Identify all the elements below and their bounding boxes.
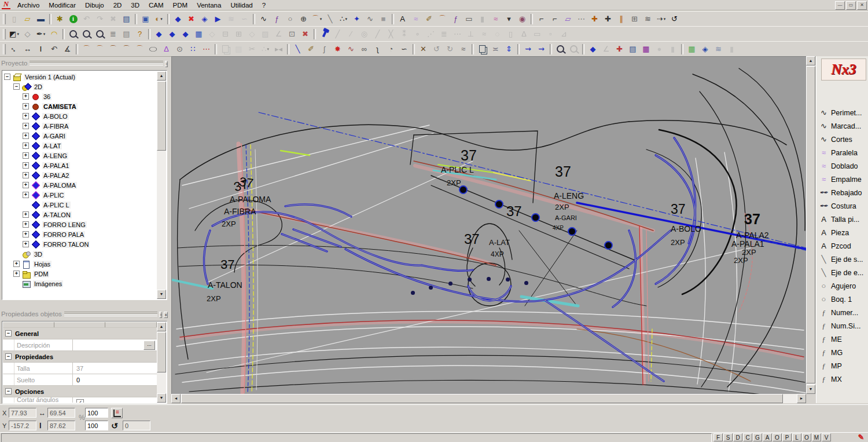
tree-item-forro-pala[interactable]: +FORRO PALA bbox=[3, 229, 157, 239]
table-rows-icon[interactable]: ⊟ bbox=[219, 28, 231, 40]
info-icon[interactable]: i bbox=[67, 13, 79, 25]
circle-center-icon[interactable]: ◎ bbox=[358, 28, 370, 40]
palette-icon[interactable]: ◐▾ bbox=[153, 13, 165, 25]
sidebar-tool-boq-1[interactable]: ○Boq. 1 bbox=[818, 293, 867, 306]
expand-icon[interactable]: + bbox=[23, 231, 29, 238]
sidebar-tool-me[interactable]: ƒME bbox=[818, 333, 867, 346]
dropdown-arrow-icon[interactable]: ▾ bbox=[320, 13, 322, 25]
scale-vertical-icon[interactable]: Ⅰ bbox=[35, 43, 47, 55]
menu-modificar[interactable]: Modificar bbox=[44, 1, 80, 9]
wave-swap-icon[interactable]: ∿ bbox=[345, 43, 357, 55]
minimize-icon[interactable]: — bbox=[835, 1, 845, 10]
point-cluster-icon[interactable]: ∷ bbox=[187, 43, 199, 55]
menu-archivo[interactable]: Archivo bbox=[13, 1, 44, 9]
rectangle-icon[interactable]: ▭ bbox=[463, 13, 475, 25]
zoom-page-icon[interactable] bbox=[94, 28, 106, 40]
expand-icon[interactable]: + bbox=[13, 271, 20, 277]
sidebar-tool-empalme[interactable]: ≈Empalme bbox=[818, 173, 867, 186]
filled-square-icon[interactable]: ■ bbox=[377, 13, 389, 25]
scroll-right-icon[interactable]: ► bbox=[797, 394, 806, 403]
play-arrows-icon[interactable]: ▸◂ bbox=[273, 43, 285, 55]
layer-button-l-8[interactable]: L bbox=[792, 433, 801, 441]
rotate-tool-icon[interactable]: ↺ bbox=[668, 13, 681, 25]
rotate-angle-icon[interactable]: ∡ bbox=[61, 43, 73, 55]
ghost-diamond-2-icon[interactable]: ◇ bbox=[246, 28, 258, 40]
select-mode-icon[interactable]: ◩▾ bbox=[8, 28, 20, 40]
arc-5-icon[interactable]: ⌒ bbox=[134, 43, 146, 55]
rotate-icon[interactable]: ↺ bbox=[111, 421, 118, 430]
expand-icon[interactable]: + bbox=[23, 182, 29, 188]
sidebar-tool-eje-de-e[interactable]: ╲Eje de e... bbox=[818, 266, 867, 279]
sidebar-tool-eje-de-s[interactable]: ╲Eje de s... bbox=[818, 253, 867, 266]
property-value[interactable]: 0 bbox=[73, 377, 157, 383]
tree-item-im-genes[interactable]: Imágenes bbox=[3, 279, 157, 288]
arc-icon[interactable]: ⌒▾ bbox=[311, 13, 323, 25]
expand-icon[interactable]: + bbox=[23, 143, 29, 149]
sidebar-tool-cortes[interactable]: ∿Cortes bbox=[818, 133, 867, 146]
checker-icon[interactable]: ▨ bbox=[259, 28, 271, 40]
properties-panel-close-button[interactable]: × bbox=[164, 312, 168, 318]
sidebar-tool-mg[interactable]: ƒMG bbox=[818, 346, 867, 359]
ghost-thumb-icon[interactable]: ▮ bbox=[667, 43, 679, 55]
settings-gears-icon[interactable]: ✱ bbox=[54, 13, 66, 25]
bubble-icon[interactable]: ⊙ bbox=[174, 43, 186, 55]
scale-horizontal-icon[interactable]: ↔ bbox=[21, 43, 34, 55]
sidebar-tool-num-si[interactable]: ƒNum.Si... bbox=[818, 319, 867, 333]
lasso-hat-icon[interactable]: ◠ bbox=[48, 28, 60, 40]
object-properties-icon[interactable]: ▤ bbox=[120, 13, 133, 25]
piece-diamond-icon[interactable]: ◈ bbox=[198, 13, 211, 25]
scrollbar-thumb[interactable] bbox=[157, 81, 166, 151]
scale-diagonal-icon[interactable]: ↔ bbox=[8, 43, 20, 55]
edit-pencil-icon[interactable]: ✎ bbox=[855, 433, 867, 441]
layers-icon[interactable]: ▣ bbox=[139, 13, 152, 25]
parallel-marks-icon[interactable]: ∥ bbox=[615, 13, 627, 25]
menu-2d[interactable]: 2D bbox=[109, 1, 127, 9]
toolbar-grip[interactable] bbox=[3, 14, 6, 24]
line-points-icon[interactable]: ╱ bbox=[332, 28, 344, 40]
expand-icon[interactable]: + bbox=[23, 221, 29, 228]
node-edit-icon[interactable]: ∴▾ bbox=[337, 13, 350, 25]
layer-button-a-5[interactable]: A bbox=[763, 433, 772, 441]
caption-grip-lines[interactable] bbox=[64, 312, 158, 316]
piece-goto-icon[interactable]: ◆ bbox=[179, 28, 192, 40]
arc-small-icon[interactable]: ⌒ bbox=[436, 13, 448, 25]
menu-cam[interactable]: CAM bbox=[144, 1, 168, 9]
group-row-general[interactable]: −General bbox=[3, 328, 157, 339]
arc-4-icon[interactable]: ⌒ bbox=[120, 43, 133, 55]
dash-marks-icon[interactable]: ⋯ bbox=[451, 28, 464, 40]
collapse-icon[interactable]: − bbox=[5, 330, 12, 337]
sidebar-tool-costura[interactable]: ✒✒Costura bbox=[818, 199, 867, 213]
tree-item-a-talon[interactable]: +A-TALON bbox=[3, 210, 157, 220]
dropdown-arrow-icon[interactable]: ▾ bbox=[160, 13, 163, 25]
expand-icon[interactable]: + bbox=[23, 133, 29, 139]
sidebar-tool-pieza[interactable]: APieza bbox=[818, 226, 867, 239]
property-value[interactable]: 37 bbox=[73, 365, 157, 372]
dotted-diag-icon[interactable]: ⋰ bbox=[425, 28, 437, 40]
scroll-up-icon[interactable]: ▲ bbox=[806, 56, 815, 65]
layer-button-s-1[interactable]: S bbox=[723, 433, 733, 441]
scroll-up-icon[interactable]: ▲ bbox=[157, 71, 166, 81]
tree-item-a-paloma[interactable]: +A-PALOMA bbox=[3, 180, 157, 190]
rect-point-icon[interactable]: ▭ bbox=[531, 28, 543, 40]
expand-icon[interactable]: + bbox=[13, 261, 20, 267]
wave-delete-icon[interactable]: ≍ bbox=[490, 43, 502, 55]
properties-panel-float-button[interactable]: ▫ bbox=[159, 312, 162, 318]
tree-item-forro-talon[interactable]: +FORRO TALON bbox=[3, 239, 157, 249]
cross-lines-icon[interactable]: ╳ bbox=[385, 28, 397, 40]
sidebar-tool-paralela[interactable]: ≈Paralela bbox=[818, 146, 867, 159]
curve-insert-icon[interactable]: ∿ bbox=[364, 13, 376, 25]
layer-button-f-0[interactable]: F bbox=[713, 433, 723, 441]
dropdown-arrow-icon[interactable]: ▾ bbox=[345, 13, 347, 25]
piece-delete-2-icon[interactable]: ◆ bbox=[166, 28, 178, 40]
ellipsis-button[interactable]: ... bbox=[144, 341, 155, 350]
steps-icon[interactable]: ʅ bbox=[372, 43, 384, 55]
tree-item-36[interactable]: +36 bbox=[3, 92, 157, 101]
tree-item-a-plic-l[interactable]: A-PLIC L bbox=[3, 200, 157, 210]
pens-icon[interactable]: ✒▾ bbox=[35, 28, 47, 40]
expand-icon[interactable]: + bbox=[23, 172, 29, 178]
circle-icon[interactable]: ○ bbox=[284, 13, 296, 25]
scrollbar-thumb[interactable] bbox=[181, 394, 783, 403]
rotate-arc-icon[interactable]: ↶ bbox=[48, 43, 60, 55]
curve-icon[interactable]: ∿ bbox=[258, 13, 270, 25]
open-file-icon[interactable]: ▱ bbox=[21, 13, 34, 25]
